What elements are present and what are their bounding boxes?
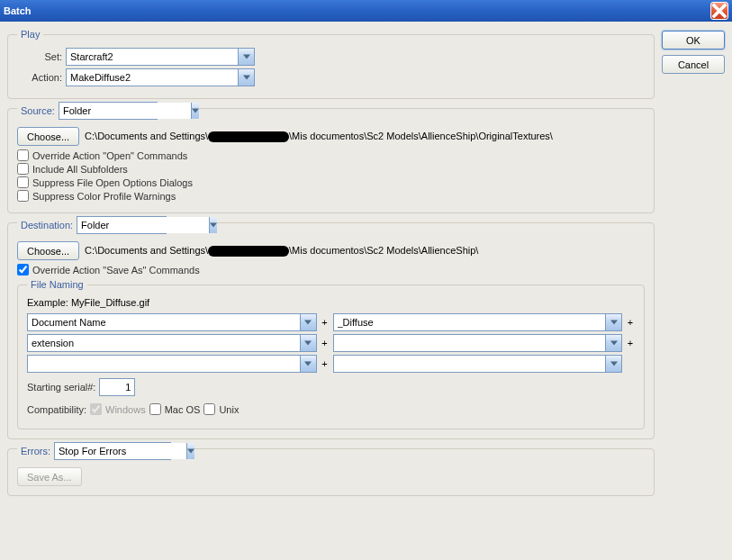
naming-field-1[interactable] — [27, 313, 317, 331]
plus-separator: + — [626, 317, 635, 328]
save-as-button: Save As... — [17, 467, 82, 486]
errors-value[interactable] — [55, 443, 186, 459]
source-type-value[interactable] — [59, 103, 191, 119]
chevron-down-icon[interactable] — [300, 335, 316, 351]
naming-field-4[interactable] — [333, 334, 623, 352]
set-label: Set: — [17, 51, 62, 62]
chevron-down-icon[interactable] — [209, 217, 217, 233]
action-value[interactable] — [67, 69, 238, 86]
close-button[interactable] — [710, 2, 728, 20]
suppress-open-label: Suppress File Open Options Dialogs — [32, 177, 193, 188]
redacted-text — [208, 131, 289, 142]
chevron-down-icon[interactable] — [238, 69, 254, 86]
naming-field-5[interactable] — [27, 355, 317, 373]
ok-button[interactable]: OK — [662, 31, 725, 50]
example-value: MyFile_Diffuse.gif — [71, 297, 149, 308]
chevron-down-icon[interactable] — [605, 335, 621, 351]
file-naming-group: File Naming Example: MyFile_Diffuse.gif … — [17, 279, 645, 429]
play-group: Play Set: Action: — [7, 29, 655, 99]
destination-group: Destination: Choose... C:\Documents and … — [7, 222, 655, 439]
chevron-down-icon[interactable] — [186, 443, 194, 459]
naming-field-3[interactable] — [27, 334, 317, 352]
override-saveas-checkbox[interactable] — [17, 264, 29, 275]
action-combo[interactable] — [66, 68, 255, 86]
source-path: C:\Documents and Settings\\Mis documento… — [85, 131, 553, 142]
plus-separator: + — [321, 317, 330, 328]
chevron-down-icon[interactable] — [605, 356, 621, 372]
plus-separator: + — [321, 338, 330, 348]
naming-field-2[interactable] — [333, 313, 623, 331]
destination-type-value[interactable] — [77, 217, 209, 233]
plus-separator: + — [626, 338, 635, 348]
set-value[interactable] — [67, 49, 238, 65]
file-naming-legend: File Naming — [27, 279, 87, 290]
plus-separator: + — [321, 358, 330, 369]
window-title: Batch — [4, 5, 32, 16]
title-bar: Batch — [0, 0, 732, 22]
action-label: Action: — [17, 72, 62, 83]
include-subfolders-label: Include All Subfolders — [32, 164, 128, 175]
destination-choose-button[interactable]: Choose... — [17, 241, 79, 260]
suppress-open-checkbox[interactable] — [17, 176, 29, 188]
compat-unix-checkbox[interactable] — [203, 403, 215, 415]
source-type-combo[interactable] — [59, 102, 158, 120]
source-choose-button[interactable]: Choose... — [17, 127, 79, 146]
compat-label: Compatibility: — [27, 404, 86, 415]
naming-field-6[interactable] — [333, 355, 623, 373]
chevron-down-icon[interactable] — [300, 314, 316, 330]
source-legend: Source: — [21, 105, 55, 116]
destination-type-combo[interactable] — [77, 216, 167, 234]
chevron-down-icon[interactable] — [191, 103, 199, 119]
chevron-down-icon[interactable] — [605, 314, 621, 330]
chevron-down-icon[interactable] — [238, 49, 254, 65]
destination-legend: Destination: — [21, 220, 73, 230]
play-legend: Play — [17, 29, 43, 40]
serial-label: Starting serial#: — [27, 382, 95, 393]
errors-combo[interactable] — [54, 442, 171, 460]
source-group: Source: Choose... C:\Documents and Setti… — [7, 108, 655, 213]
compat-mac-checkbox[interactable] — [149, 403, 161, 415]
errors-group: Errors: Save As... — [7, 448, 655, 496]
compat-windows-checkbox — [90, 403, 102, 415]
compat-mac-label: Mac OS — [165, 404, 201, 415]
chevron-down-icon[interactable] — [300, 356, 316, 372]
serial-input[interactable] — [99, 378, 135, 396]
suppress-color-checkbox[interactable] — [17, 190, 29, 202]
compat-windows-label: Windows — [105, 404, 146, 415]
cancel-button[interactable]: Cancel — [662, 55, 725, 74]
compat-unix-label: Unix — [219, 404, 239, 415]
override-open-label: Override Action "Open" Commands — [32, 150, 187, 161]
suppress-color-label: Suppress Color Profile Warnings — [32, 191, 176, 202]
destination-path: C:\Documents and Settings\\Mis documento… — [85, 245, 478, 257]
override-saveas-label: Override Action "Save As" Commands — [32, 265, 200, 275]
errors-legend: Errors: — [21, 446, 50, 456]
redacted-text — [208, 246, 289, 257]
include-subfolders-checkbox[interactable] — [17, 163, 29, 175]
example-label: Example: — [27, 297, 68, 308]
set-combo[interactable] — [66, 48, 255, 66]
override-open-checkbox[interactable] — [17, 149, 29, 161]
